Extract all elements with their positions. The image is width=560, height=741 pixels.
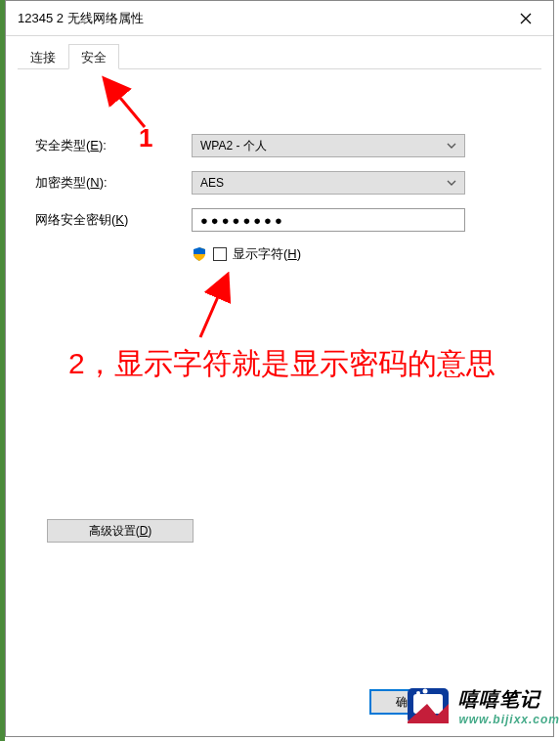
svg-point-6: [416, 691, 420, 695]
encryption-type-label: 加密类型(N):: [35, 174, 192, 192]
encryption-type-dropdown[interactable]: AES: [192, 171, 465, 195]
svg-point-7: [423, 689, 428, 694]
shield-icon: [192, 246, 207, 262]
show-characters-checkbox[interactable]: [213, 247, 227, 261]
watermark: 嘻嘻笔记 www.bijixx.com: [404, 682, 560, 729]
security-type-dropdown[interactable]: WPA2 - 个人: [192, 134, 465, 157]
tab-connect[interactable]: 连接: [18, 44, 68, 68]
row-show-characters: 显示字符(H): [192, 245, 524, 263]
show-characters-label: 显示字符(H): [233, 245, 301, 263]
chevron-down-icon: [447, 180, 456, 186]
close-button[interactable]: [506, 1, 545, 35]
row-encryption-type: 加密类型(N): AES: [35, 171, 524, 195]
row-security-type: 安全类型(E): WPA2 - 个人: [35, 134, 524, 157]
advanced-settings-button[interactable]: 高级设置(D): [47, 519, 194, 543]
security-type-value: WPA2 - 个人: [200, 138, 267, 154]
window-title: 12345 2 无线网络属性: [18, 10, 506, 27]
row-network-key: 网络安全密钥(K) ●●●●●●●●: [35, 208, 524, 232]
network-key-label: 网络安全密钥(K): [35, 211, 192, 229]
network-key-value: ●●●●●●●●: [200, 213, 285, 228]
tab-security[interactable]: 安全: [68, 44, 119, 69]
security-type-label: 安全类型(E):: [35, 137, 192, 154]
network-key-input[interactable]: ●●●●●●●●: [192, 208, 465, 232]
watermark-cn: 嘻嘻笔记: [458, 686, 560, 713]
encryption-type-value: AES: [200, 176, 224, 190]
watermark-url: www.bijixx.com: [458, 713, 560, 726]
tab-bar: 连接 安全: [18, 44, 541, 69]
tab-content: 安全类型(E): WPA2 - 个人 加密类型(N): AES 网络安全密钥(K…: [6, 69, 553, 263]
chevron-down-icon: [447, 143, 456, 149]
close-icon: [520, 13, 532, 24]
watermark-logo-icon: [404, 682, 456, 729]
properties-window: 12345 2 无线网络属性 连接 安全 安全类型(E): WPA2 - 个人 …: [5, 0, 554, 737]
titlebar: 12345 2 无线网络属性: [6, 1, 553, 36]
